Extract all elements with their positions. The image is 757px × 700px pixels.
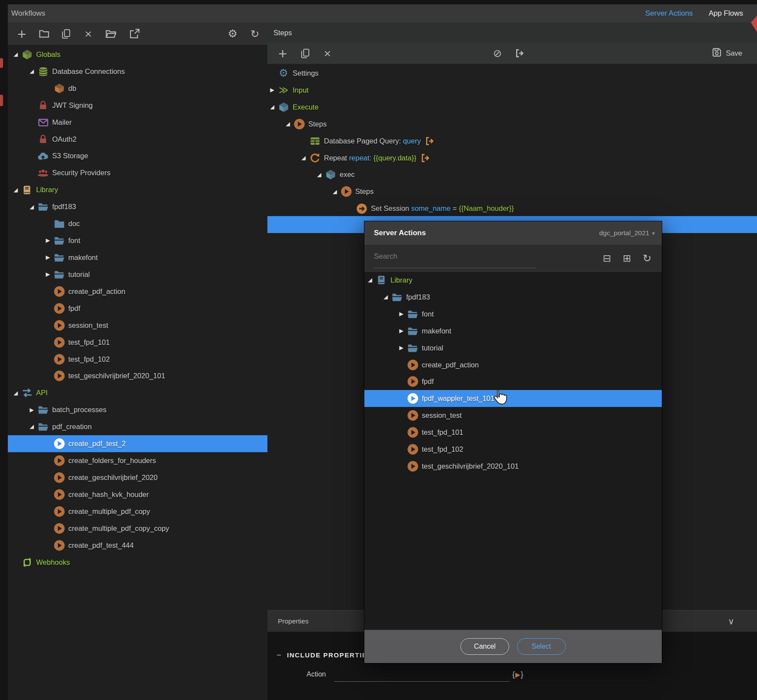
tree-item-api[interactable]: ◢API	[8, 384, 267, 401]
collapse-arrow-icon[interactable]: ▶	[397, 345, 406, 351]
expand-arrow-icon[interactable]: ◢	[299, 155, 308, 161]
tree-item-security-providers[interactable]: Security Providers	[8, 164, 267, 181]
tree-item-input[interactable]: ▶≫Input	[267, 82, 757, 99]
tree-item-font[interactable]: ▶font	[364, 306, 662, 323]
tree-item-tutorial[interactable]: ▶tutorial	[8, 266, 267, 283]
search-input[interactable]: Search	[374, 252, 397, 261]
tree-item-fpdf183[interactable]: ◢fpdf183	[364, 289, 662, 306]
expand-arrow-icon[interactable]: ◢	[315, 172, 323, 178]
tree-item-create-pdf-test-444[interactable]: create_pdf_test_444	[8, 537, 267, 554]
tree-item-set-session-some-name-naam-houder[interactable]: Set Session some_name = {{Naam_houder}}	[267, 200, 757, 217]
plus-icon[interactable]: +	[275, 43, 290, 64]
tree-item-create-pdf-action[interactable]: create_pdf_action	[364, 357, 662, 373]
expand-arrow-icon[interactable]: ◢	[268, 104, 277, 110]
expand-arrow-icon[interactable]: ◢	[27, 204, 36, 210]
tree-item-test-fpd-101[interactable]: test_fpd_101	[364, 424, 662, 441]
tree-item-settings[interactable]: ⚙Settings	[267, 65, 757, 82]
tree-item-test-geschilvrijbrief-2020-101[interactable]: test_geschilvrijbrief_2020_101	[8, 368, 267, 385]
tree-item-session-test[interactable]: session_test	[8, 317, 267, 334]
tree-item-database-connections[interactable]: ◢Database Connections	[8, 63, 267, 80]
tree-item-mailer[interactable]: Mailer	[8, 114, 267, 131]
close-icon[interactable]: ×	[320, 43, 335, 64]
minus-box-icon[interactable]: ⊟	[600, 245, 614, 271]
tree-item-create-multiple-pdf-copy-copy[interactable]: create_multiple_pdf_copy_copy	[8, 520, 267, 537]
expand-arrow-icon[interactable]: ◢	[11, 52, 20, 57]
cancel-button[interactable]: Cancel	[460, 638, 509, 655]
tree-item-session-test[interactable]: session_test	[364, 407, 662, 424]
copy-icon[interactable]	[297, 43, 313, 64]
select-button[interactable]: Select	[517, 638, 566, 655]
expand-arrow-icon[interactable]: ◢	[283, 121, 292, 127]
tree-item-library[interactable]: ◢Library	[8, 181, 267, 198]
collapse-arrow-icon[interactable]: ▶	[43, 255, 52, 260]
tree-item-fpdf-wappler-test-101[interactable]: fpdf_wappler_test_101	[364, 390, 662, 407]
tree-item-fpdf[interactable]: fpdf	[364, 373, 662, 390]
tree-item-jwt-signing[interactable]: JWT Signing	[8, 97, 267, 114]
collapse-arrow-icon[interactable]: ▶	[27, 407, 36, 413]
binding-picker-icon[interactable]: {▶}	[512, 670, 524, 679]
plus-icon[interactable]: +	[14, 23, 30, 45]
tree-item-database-paged-query-query[interactable]: Database Paged Query: query	[267, 133, 757, 150]
collapse-arrow-icon[interactable]: ▶	[43, 238, 52, 243]
output-icon[interactable]	[512, 43, 527, 64]
tree-item-create-pdf-test-2[interactable]: create_pdf_test_2	[8, 435, 267, 452]
tree-item-test-geschilvrijbrief-2020-101[interactable]: test_geschilvrijbrief_2020_101	[364, 458, 662, 475]
tree-item-repeat-repeat-query-data[interactable]: ◢Repeat repeat: {{query.data}}	[267, 150, 757, 167]
gear-icon[interactable]: ⚙	[225, 23, 240, 45]
tab-app-flows[interactable]: App Flows	[709, 9, 743, 18]
tree-item-oauth2[interactable]: OAuth2	[8, 131, 267, 148]
tree-item-test-fpd-102[interactable]: test_fpd_102	[364, 441, 662, 458]
tree-item-create-folders-for-houders[interactable]: create_folders_for_houders	[8, 452, 267, 469]
expand-arrow-icon[interactable]: ◢	[27, 424, 36, 430]
share-icon[interactable]	[127, 23, 142, 45]
copy-icon[interactable]	[58, 23, 74, 45]
tree-item-library[interactable]: ◢Library	[364, 272, 662, 289]
collapse-arrow-icon[interactable]: ▶	[397, 328, 406, 334]
open-folder-outline-icon[interactable]	[103, 23, 119, 45]
tree-item-steps[interactable]: ◢Steps	[267, 183, 757, 200]
collapse-arrow-icon[interactable]: ▶	[43, 272, 52, 277]
tree-item-pdf-creation[interactable]: ◢pdf_creation	[8, 418, 267, 435]
collapse-arrow-icon[interactable]: ▶	[397, 311, 406, 317]
refresh-icon[interactable]: ↻	[247, 23, 263, 45]
tree-item-fpdf[interactable]: fpdf	[8, 300, 267, 317]
tree-item-tutorial[interactable]: ▶tutorial	[364, 340, 662, 357]
expand-arrow-icon[interactable]: ◢	[330, 189, 339, 195]
action-field-input[interactable]	[334, 681, 510, 682]
left-edge-red-fragment	[0, 58, 3, 68]
tree-item-create-hash-kvk-houder[interactable]: create_hash_kvk_houder	[8, 486, 267, 503]
close-icon[interactable]: ×	[80, 23, 96, 45]
slash-circle-icon[interactable]: ⊘	[490, 43, 505, 64]
tree-item-webhooks[interactable]: Webhooks	[8, 554, 267, 571]
expand-arrow-icon[interactable]: ◢	[381, 294, 390, 300]
tree-item-doc[interactable]: doc	[8, 215, 267, 232]
project-dropdown[interactable]: dgc_portal_2021 ▾	[599, 229, 655, 237]
tree-item-font[interactable]: ▶font	[8, 232, 267, 249]
tree-item-create-pdf-action[interactable]: create_pdf_action	[8, 283, 267, 300]
tree-item-exec[interactable]: ◢exec	[267, 167, 757, 183]
tree-item-db[interactable]: db	[8, 80, 267, 97]
tree-item-batch-processes[interactable]: ▶batch_processes	[8, 401, 267, 418]
tab-server-actions[interactable]: Server Actions	[645, 9, 693, 18]
tree-item-fpdf183[interactable]: ◢fpdf183	[8, 198, 267, 215]
plus-box-icon[interactable]: ⊞	[620, 245, 634, 271]
expand-arrow-icon[interactable]: ◢	[11, 187, 20, 193]
tree-item-test-fpd-102[interactable]: test_fpd_102	[8, 351, 267, 368]
folder-outline-icon[interactable]	[36, 23, 52, 45]
expand-arrow-icon[interactable]: ◢	[366, 277, 374, 283]
refresh-icon[interactable]: ↻	[640, 245, 654, 271]
save-button[interactable]: Save	[711, 43, 742, 64]
tree-item-steps[interactable]: ◢Steps	[267, 116, 757, 133]
tree-item-globals[interactable]: ◢Globals	[8, 46, 267, 63]
tree-item-create-multiple-pdf-copy[interactable]: create_multiple_pdf_copy	[8, 503, 267, 520]
tree-item-test-fpd-101[interactable]: test_fpd_101	[8, 334, 267, 351]
collapse-arrow-icon[interactable]: ▶	[268, 87, 277, 93]
chevron-down-icon[interactable]: ∨	[728, 617, 734, 626]
tree-item-makefont[interactable]: ▶makefont	[364, 323, 662, 340]
tree-item-makefont[interactable]: ▶makefont	[8, 249, 267, 266]
tree-item-s3-storage[interactable]: S3 Storage	[8, 148, 267, 165]
expand-arrow-icon[interactable]: ◢	[11, 390, 20, 396]
tree-item-execute[interactable]: ◢Execute	[267, 99, 757, 116]
tree-item-create-geschilvrijbrief-2020[interactable]: create_geschilvrijbrief_2020	[8, 469, 267, 486]
expand-arrow-icon[interactable]: ◢	[27, 69, 36, 74]
